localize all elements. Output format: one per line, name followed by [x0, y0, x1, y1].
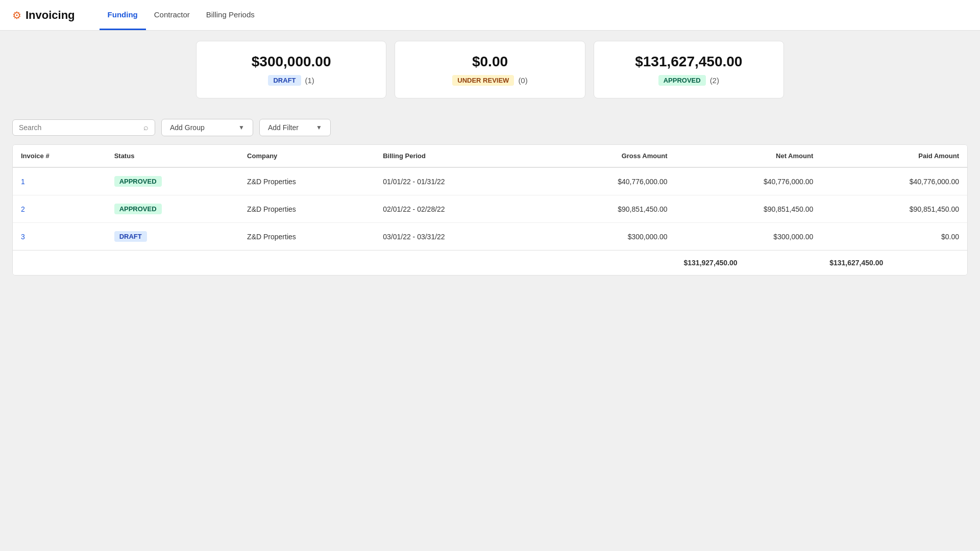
- tab-funding[interactable]: Funding: [100, 0, 146, 30]
- brand-title: Invoicing: [26, 9, 75, 22]
- cell-net-amount: $300,000.00: [675, 223, 821, 251]
- draft-status-row: DRAFT (1): [221, 75, 361, 86]
- under-review-amount: $0.00: [420, 54, 560, 70]
- summary-card-approved[interactable]: $131,627,450.00 APPROVED (2): [594, 41, 784, 98]
- summary-bar: $300,000.00 DRAFT (1) $0.00 UNDER REVIEW…: [0, 31, 980, 109]
- table-row: 3 DRAFT Z&D Properties 03/01/22 - 03/31/…: [13, 223, 967, 251]
- cell-billing-period: 01/01/22 - 01/31/22: [375, 167, 538, 195]
- draft-badge: DRAFT: [268, 75, 301, 86]
- invoice-link-2[interactable]: 2: [21, 205, 25, 213]
- cell-company: Z&D Properties: [239, 223, 375, 251]
- col-status: Status: [106, 145, 239, 167]
- col-invoice-num: Invoice #: [13, 145, 106, 167]
- table-row: 1 APPROVED Z&D Properties 01/01/22 - 01/…: [13, 167, 967, 195]
- totals-gross: [538, 251, 676, 276]
- search-input[interactable]: [19, 123, 139, 132]
- cell-gross-amount: $300,000.00: [538, 223, 676, 251]
- totals-row: $131,927,450.00 $131,627,450.00: [13, 251, 967, 276]
- cell-paid-amount: $90,851,450.00: [821, 195, 967, 223]
- cell-status: APPROVED: [106, 167, 239, 195]
- col-billing-period: Billing Period: [375, 145, 538, 167]
- cell-paid-amount: $0.00: [821, 223, 967, 251]
- status-badge: APPROVED: [114, 176, 162, 187]
- toolbar: ⌕ Add Group ▼ Add Filter ▼: [12, 119, 968, 136]
- approved-status-row: APPROVED (2): [619, 75, 759, 86]
- invoices-table-wrapper: Invoice # Status Company Billing Period …: [12, 144, 968, 276]
- table-header-row: Invoice # Status Company Billing Period …: [13, 145, 967, 167]
- tab-billing-periods[interactable]: Billing Periods: [198, 0, 263, 30]
- col-net-amount: Net Amount: [675, 145, 821, 167]
- cell-status: APPROVED: [106, 195, 239, 223]
- invoice-link-3[interactable]: 3: [21, 233, 25, 241]
- cell-paid-amount: $40,776,000.00: [821, 167, 967, 195]
- invoices-table: Invoice # Status Company Billing Period …: [13, 145, 967, 275]
- under-review-status-row: UNDER REVIEW (0): [420, 75, 560, 86]
- tab-contractor[interactable]: Contractor: [146, 0, 198, 30]
- top-navigation: ⚙ Invoicing Funding Contractor Billing P…: [0, 0, 980, 31]
- totals-paid: $131,627,450.00: [821, 251, 967, 276]
- approved-amount: $131,627,450.00: [619, 54, 759, 70]
- main-content: ⌕ Add Group ▼ Add Filter ▼ Invoice # Sta…: [0, 109, 980, 551]
- search-box[interactable]: ⌕: [12, 119, 155, 136]
- summary-card-under-review[interactable]: $0.00 UNDER REVIEW (0): [395, 41, 585, 98]
- col-company: Company: [239, 145, 375, 167]
- cell-invoice-num[interactable]: 3: [13, 223, 106, 251]
- cell-billing-period: 02/01/22 - 02/28/22: [375, 195, 538, 223]
- add-filter-button[interactable]: Add Filter ▼: [259, 119, 331, 136]
- col-gross-amount: Gross Amount: [538, 145, 676, 167]
- cell-net-amount: $40,776,000.00: [675, 167, 821, 195]
- cell-gross-amount: $90,851,450.00: [538, 195, 676, 223]
- table-row: 2 APPROVED Z&D Properties 02/01/22 - 02/…: [13, 195, 967, 223]
- cell-net-amount: $90,851,450.00: [675, 195, 821, 223]
- totals-label: [13, 251, 538, 276]
- draft-count: (1): [305, 76, 314, 85]
- cell-invoice-num[interactable]: 1: [13, 167, 106, 195]
- approved-badge: APPROVED: [658, 75, 706, 86]
- brand-logo: ⚙ Invoicing: [12, 9, 75, 22]
- search-icon: ⌕: [143, 123, 149, 132]
- cell-status: DRAFT: [106, 223, 239, 251]
- chevron-down-icon: ▼: [238, 124, 244, 131]
- approved-count: (2): [710, 76, 719, 85]
- chevron-down-icon: ▼: [316, 124, 322, 131]
- under-review-badge: UNDER REVIEW: [452, 75, 514, 86]
- under-review-count: (0): [518, 76, 527, 85]
- invoice-link-1[interactable]: 1: [21, 178, 25, 186]
- gear-icon: ⚙: [12, 9, 21, 21]
- add-group-button[interactable]: Add Group ▼: [161, 119, 253, 136]
- draft-amount: $300,000.00: [221, 54, 361, 70]
- col-paid-amount: Paid Amount: [821, 145, 967, 167]
- cell-gross-amount: $40,776,000.00: [538, 167, 676, 195]
- totals-net: $131,927,450.00: [675, 251, 821, 276]
- status-badge: DRAFT: [114, 231, 147, 242]
- nav-tabs: Funding Contractor Billing Periods: [100, 0, 263, 30]
- cell-company: Z&D Properties: [239, 167, 375, 195]
- cell-company: Z&D Properties: [239, 195, 375, 223]
- summary-card-draft[interactable]: $300,000.00 DRAFT (1): [196, 41, 386, 98]
- cell-invoice-num[interactable]: 2: [13, 195, 106, 223]
- status-badge: APPROVED: [114, 204, 162, 214]
- cell-billing-period: 03/01/22 - 03/31/22: [375, 223, 538, 251]
- summary-cards-container: $300,000.00 DRAFT (1) $0.00 UNDER REVIEW…: [184, 41, 796, 98]
